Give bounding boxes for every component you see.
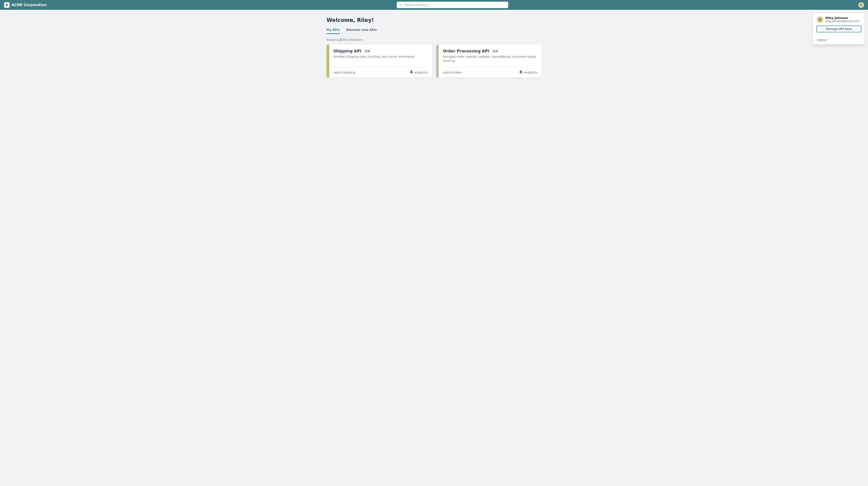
main-content: Welcome, Riley! My APIs Discover new API… [322, 10, 546, 91]
tab-my-apis[interactable]: My APIs [327, 28, 340, 34]
card-endpoints: 4 endpoints [410, 69, 428, 74]
showing-prefix: Showing [327, 38, 339, 41]
card-endpoint-label: endpoints [414, 71, 428, 74]
showing-line: Showing 2 API collections [327, 38, 541, 41]
api-card[interactable]: Order Processing API 1.0 Manages order c… [436, 45, 541, 78]
showing-count: 2 [340, 38, 342, 41]
api-card[interactable]: Shipping API 2.0 Provides shipping rates… [327, 45, 432, 78]
version-badge: 2.0 [364, 49, 371, 53]
api-card-grid: Shipping API 2.0 Provides shipping rates… [327, 45, 541, 78]
user-menu: R Riley Johnson riley.johnson@email.com … [813, 13, 865, 45]
search-icon [399, 3, 402, 7]
brand-name: ACME Corporation [11, 3, 47, 7]
card-path: /api/v1/orders [443, 71, 462, 74]
user-menu-name: Riley Johnson [826, 16, 860, 20]
avatar-button[interactable]: R [859, 2, 864, 8]
user-menu-email: riley.johnson@email.com [826, 20, 860, 23]
app-header: ACME Corporation R R Riley Johnson riley… [0, 0, 868, 10]
user-menu-avatar: R [817, 17, 823, 23]
user-menu-info: R Riley Johnson riley.johnson@email.com [813, 13, 865, 26]
tabs: My APIs Discover new APIs [327, 28, 541, 34]
card-description: Manages order creation, updates, cancell… [443, 55, 537, 63]
card-endpoint-count: 4 [410, 69, 413, 74]
manage-api-keys-button[interactable]: Manage API keys [816, 26, 861, 32]
tab-discover[interactable]: Discover new APIs [346, 28, 377, 34]
svg-line-1 [401, 5, 402, 6]
brand[interactable]: ACME Corporation [4, 2, 47, 8]
card-endpoints: 6 endpoints [519, 69, 537, 74]
search-wrap [50, 2, 855, 8]
svg-point-0 [400, 4, 402, 6]
card-title: Order Processing API [443, 49, 489, 53]
brand-logo-icon [4, 2, 9, 8]
card-title: Shipping API [333, 49, 361, 53]
version-badge: 1.0 [491, 49, 499, 53]
search-box[interactable] [397, 2, 508, 8]
showing-suffix: API collections [342, 38, 363, 41]
page-title: Welcome, Riley! [327, 17, 541, 23]
card-accent [436, 45, 439, 78]
card-endpoint-count: 6 [519, 69, 522, 74]
card-accent [327, 45, 329, 78]
search-input[interactable] [404, 3, 506, 7]
card-description: Provides shipping rates, tracking, and c… [333, 55, 428, 59]
card-endpoint-label: endpoints [524, 71, 537, 74]
card-path: /api/v2/shipping [333, 71, 355, 74]
logout-button[interactable]: Logout [813, 35, 865, 44]
